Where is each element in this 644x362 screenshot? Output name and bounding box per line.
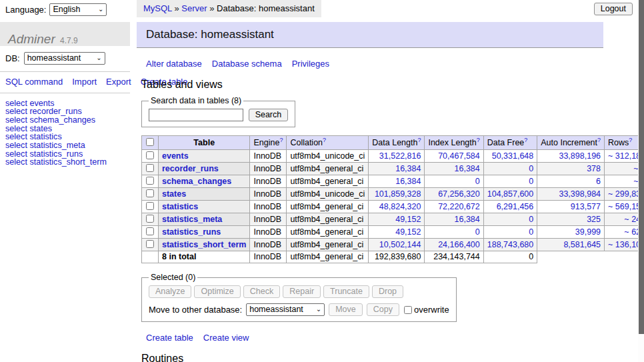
data-length-link[interactable]: 16,384 [395,177,421,186]
check-button[interactable]: Check [243,285,280,298]
auto-increment-link[interactable]: 33,398,984 [559,189,601,199]
auto-increment-link[interactable]: 8,581,645 [563,240,601,249]
data-free-link[interactable]: 0 [529,177,533,186]
auto-increment-link[interactable]: 378 [587,164,601,173]
help-link[interactable]: ? [629,136,632,143]
move-db-select[interactable]: homeassistant [246,303,325,316]
totals-row: 8 in totalInnoDButf8mb4_general_ci192,83… [142,251,644,263]
search-input[interactable] [149,109,243,121]
engine-cell: InnoDB [250,150,287,163]
row-checkbox[interactable] [146,164,154,172]
drop-button[interactable]: Drop [372,285,403,298]
sidebar-action-link[interactable]: Export [106,77,131,87]
auto-increment-link[interactable]: 913,577 [571,202,601,211]
help-link[interactable]: ? [279,136,283,143]
sidebar-action-link[interactable]: SQL command [5,77,63,87]
index-length-link[interactable]: 16,384 [455,215,480,224]
help-link[interactable]: ? [417,136,421,143]
engine-cell: InnoDB [250,188,287,201]
auto-increment-link[interactable]: 325 [587,215,601,224]
auto-increment-cell: 33,898,196 [537,150,605,163]
index-length-link[interactable]: 16,384 [455,164,480,173]
database-action-link[interactable]: Database schema [212,59,282,69]
table-name-link[interactable]: statistics_short_term [162,240,246,249]
create-table-link[interactable]: Create table [146,333,193,343]
help-link[interactable]: ? [477,136,480,143]
database-action-link[interactable]: Privileges [292,59,329,69]
table-name-link[interactable]: statistics_runs [162,227,221,237]
row-checkbox[interactable] [146,151,154,159]
sidebar-action-link[interactable]: Import [72,77,97,87]
app-name: Adminer [8,32,55,46]
sidebar-table-link[interactable]: select recorder_runs [5,107,125,116]
auto-increment-link[interactable]: 33,898,196 [559,151,601,161]
db-select[interactable]: homeassistant [24,52,105,65]
row-checkbox[interactable] [146,215,154,223]
data-free-link[interactable]: 6,291,456 [497,202,534,211]
index-length-link[interactable]: 67,256,320 [438,189,480,199]
vertical-scrollbar[interactable] [638,0,644,362]
table-name-link[interactable]: states [162,189,186,199]
table-name-link[interactable]: statistics [162,202,198,211]
data-free-link[interactable]: 0 [529,164,533,173]
auto-increment-link[interactable]: 6 [596,177,601,186]
row-checkbox[interactable] [146,189,154,197]
select-all-checkbox[interactable] [146,138,154,146]
sidebar-table-link[interactable]: select statistics_short_term [5,158,125,167]
data-free-link[interactable]: 50,331,648 [492,151,534,161]
index-length-link[interactable]: 72,220,672 [438,202,480,211]
data-free-link[interactable]: 188,743,680 [487,240,534,249]
data-length-link[interactable]: 10,502,144 [379,240,421,249]
copy-button[interactable]: Copy [367,303,399,316]
data-length-link[interactable]: 16,384 [395,164,421,173]
collation-cell: utf8mb4_unicode_ci [287,150,369,163]
index-length-link[interactable]: 0 [475,227,480,237]
data-free-link[interactable]: 0 [529,215,533,224]
move-button[interactable]: Move [329,303,363,316]
empty-cell [537,251,605,263]
help-link[interactable]: ? [597,136,601,143]
row-checkbox[interactable] [146,202,154,210]
analyze-button[interactable]: Analyze [149,285,191,298]
table-name-link[interactable]: recorder_runs [162,164,219,173]
optimize-button[interactable]: Optimize [194,285,240,298]
index-length-link[interactable]: 24,166,400 [438,240,480,249]
scrollbar-thumb[interactable] [639,0,644,334]
logout-button[interactable]: Logout [594,3,633,15]
create-view-link[interactable]: Create view [203,333,249,343]
index-length-link[interactable]: 0 [475,177,480,186]
totals-empty-cell [142,251,159,263]
breadcrumb-item[interactable]: Server [181,3,207,13]
table-name-link[interactable]: schema_changes [162,177,231,186]
row-checkbox[interactable] [146,240,154,248]
index-length-link[interactable]: 70,467,584 [438,151,480,161]
sidebar-table-link[interactable]: select schema_changes [5,116,125,125]
data-length-link[interactable]: 31,522,816 [379,151,421,161]
overwrite-checkbox[interactable] [404,306,412,314]
data-length-link[interactable]: 101,859,328 [375,189,421,199]
data-length-link[interactable]: 49,152 [395,215,421,224]
table-name-link[interactable]: events [162,151,189,161]
sidebar-table-list: select eventsselect recorder_runsselect … [0,93,130,173]
help-link[interactable]: ? [524,136,527,143]
totals-label-cell: 8 in total [159,251,250,263]
table-name-link[interactable]: statistics_meta [162,215,222,224]
data-free-link[interactable]: 104,857,600 [487,189,534,199]
repair-button[interactable]: Repair [283,285,321,298]
row-checkbox[interactable] [146,177,154,185]
data-length-link[interactable]: 49,152 [395,227,421,237]
language-select[interactable]: English [49,3,107,16]
engine-cell: InnoDB [250,163,287,175]
column-label: Engine [253,138,279,147]
help-link[interactable]: ? [323,136,326,143]
auto-increment-link[interactable]: 39,999 [575,227,601,237]
data-free-cell: 0 [483,163,537,175]
row-checkbox[interactable] [146,227,154,235]
search-button[interactable]: Search [249,109,289,121]
data-length-link[interactable]: 48,824,320 [379,202,421,211]
truncate-button[interactable]: Truncate [323,285,369,298]
sidebar-table-link[interactable]: select statistics_meta [5,141,125,150]
breadcrumb-item[interactable]: MySQL [143,3,172,13]
data-free-link[interactable]: 0 [529,227,533,237]
database-action-link[interactable]: Alter database [146,59,202,69]
